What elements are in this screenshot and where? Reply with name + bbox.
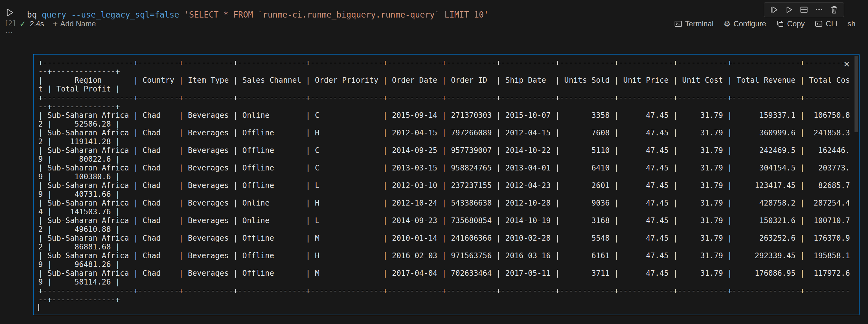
- cell-status-left: ✓ 2.4s + Add Name: [20, 20, 96, 29]
- cell-toolbar: [764, 2, 844, 17]
- more-actions-button[interactable]: [814, 5, 824, 14]
- plus-icon: +: [53, 20, 58, 28]
- terminal-scrollbar[interactable]: [855, 56, 858, 132]
- code-subcommand: query: [42, 10, 66, 20]
- close-output-icon[interactable]: ✕: [843, 60, 850, 69]
- terminal-cursor: [38, 304, 39, 311]
- terminal-label: Terminal: [685, 20, 714, 28]
- execute-cell-and-below-button[interactable]: [769, 5, 779, 14]
- code-query-string: 'SELECT * FROM `runme-ci.runme_bigquery.…: [184, 10, 489, 20]
- language-selector[interactable]: sh: [847, 20, 856, 28]
- runme-notebook-cell: [2] ⋯ bqquery--use_legacy_sql=false'SELE…: [0, 0, 868, 324]
- cli-button[interactable]: CLI: [815, 20, 837, 28]
- gear-icon: ⚙: [724, 20, 731, 29]
- ellipsis-icon: [815, 5, 824, 14]
- execution-count: [2]: [4, 20, 16, 27]
- configure-button[interactable]: ⚙ Configure: [724, 20, 766, 29]
- cli-icon: [815, 20, 823, 28]
- terminal-text[interactable]: +--------------------+---------+--------…: [34, 55, 859, 313]
- delete-cell-button[interactable]: [829, 5, 839, 14]
- split-cell-icon: [800, 5, 808, 14]
- run-below-icon: [770, 5, 778, 14]
- cell-status-right: Terminal ⚙ Configure Copy CLI sh: [674, 20, 856, 29]
- execution-duration: 2.4s: [30, 20, 44, 28]
- code-editor[interactable]: bqquery--use_legacy_sql=false'SELECT * F…: [27, 10, 489, 20]
- execute-cell-button[interactable]: [784, 5, 794, 14]
- terminal-output-panel: +--------------------+---------+--------…: [33, 54, 860, 315]
- terminal-icon: [674, 20, 682, 28]
- copy-button[interactable]: Copy: [776, 20, 805, 28]
- trash-icon: [830, 5, 838, 14]
- split-cell-button[interactable]: [799, 5, 809, 14]
- copy-label: Copy: [787, 20, 805, 28]
- cell-overflow-icon[interactable]: ⋯: [5, 28, 13, 37]
- play-icon: [784, 5, 793, 14]
- terminal-button[interactable]: Terminal: [674, 20, 714, 28]
- code-flag: --use_legacy_sql=false: [71, 10, 179, 20]
- code-program: bq: [27, 10, 37, 20]
- add-name-label: Add Name: [60, 20, 96, 28]
- cell-status-bar: ✓ 2.4s + Add Name Terminal ⚙ Configure: [20, 19, 856, 29]
- success-check-icon: ✓: [20, 20, 26, 29]
- cli-label: CLI: [826, 20, 837, 28]
- copy-icon: [776, 20, 784, 28]
- run-cell-button[interactable]: [4, 7, 15, 18]
- configure-label: Configure: [733, 20, 766, 28]
- language-label: sh: [847, 20, 856, 28]
- add-name-button[interactable]: + Add Name: [53, 20, 96, 28]
- play-icon: [4, 7, 14, 17]
